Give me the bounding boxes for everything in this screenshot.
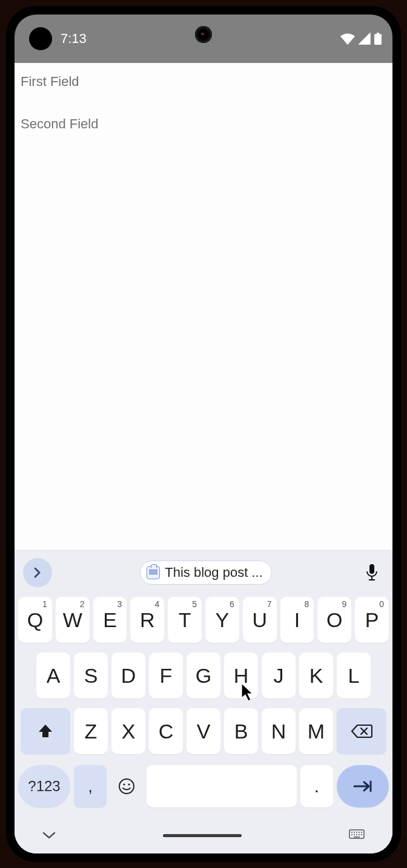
svg-point-20 [361,834,362,835]
svg-rect-2 [369,564,374,574]
chevron-right-icon [32,567,43,578]
key-o[interactable]: O9 [317,597,351,643]
collapse-keyboard-icon[interactable] [42,831,56,840]
emoji-key[interactable] [110,765,143,807]
svg-rect-21 [354,837,360,838]
key-y[interactable]: Y6 [205,597,239,643]
symbols-mode-key[interactable]: ?123 [18,765,70,807]
key-s[interactable]: S [74,653,108,699]
backspace-key[interactable] [337,708,386,754]
key-hint: 1 [42,599,47,609]
svg-point-12 [354,832,355,833]
svg-point-16 [351,834,352,835]
key-a[interactable]: A [36,653,70,699]
key-hint: 0 [379,599,384,609]
tab-next-icon [352,780,374,793]
cell-signal-icon [359,33,371,45]
gesture-handle[interactable] [163,834,242,837]
app-content: This blog post ... Q1W2E3R4T5Y6U7I8O9P0 … [15,63,392,853]
key-c[interactable]: C [149,708,183,754]
svg-point-11 [351,832,352,833]
key-e[interactable]: E3 [93,597,127,643]
svg-point-15 [361,832,362,833]
key-d[interactable]: D [111,653,145,699]
svg-point-19 [359,834,360,835]
svg-point-17 [354,834,355,835]
backspace-icon [351,723,372,739]
svg-point-6 [123,783,125,785]
device-screen: 7:13 [15,15,392,853]
device-frame: 7:13 [6,6,401,862]
clipboard-suggestion-chip[interactable]: This blog post ... [140,561,271,585]
key-row-3: ZXCVBNM [15,703,392,759]
key-t[interactable]: T5 [168,597,202,643]
navigation-bar [15,817,392,853]
key-row-4: ?123 , . [15,759,392,817]
form-area [15,63,392,550]
key-x[interactable]: X [111,708,145,754]
microphone-icon [365,564,379,582]
svg-point-13 [356,832,357,833]
key-j[interactable]: J [262,653,296,699]
svg-rect-1 [377,33,379,35]
key-k[interactable]: K [299,653,333,699]
front-camera [195,26,212,43]
key-hint: 7 [267,599,272,609]
key-n[interactable]: N [262,708,296,754]
second-field-input[interactable] [21,111,386,137]
key-b[interactable]: B [224,708,258,754]
key-g[interactable]: G [187,653,220,699]
status-time: 7:13 [61,31,87,47]
svg-point-14 [359,832,360,833]
key-hint: 3 [117,599,122,609]
expand-suggestions-button[interactable] [23,558,52,587]
key-m[interactable]: M [299,708,333,754]
key-hint: 5 [192,599,197,609]
next-key[interactable] [337,765,389,807]
symbols-mode-label: ?123 [28,778,60,795]
key-hint: 4 [154,599,159,609]
key-hint: 9 [342,599,346,609]
svg-rect-0 [374,34,382,45]
key-r[interactable]: R4 [130,597,164,643]
key-hint: 8 [305,599,309,609]
shift-icon [37,723,54,740]
key-i[interactable]: I8 [280,597,314,643]
key-f[interactable]: F [149,653,183,699]
shift-key[interactable] [21,708,70,754]
key-hint: 6 [230,599,234,609]
key-hint: 2 [80,599,85,609]
wifi-icon [340,33,355,45]
clipboard-icon [147,566,160,579]
key-u[interactable]: U7 [243,597,277,643]
key-h[interactable]: H [224,653,258,699]
svg-point-7 [128,783,130,785]
svg-point-5 [119,779,134,794]
svg-point-18 [356,834,357,835]
space-key[interactable] [147,765,297,807]
soft-keyboard: This blog post ... Q1W2E3R4T5Y6U7I8O9P0 … [15,550,392,853]
battery-icon [374,33,382,45]
first-field-input[interactable] [21,69,386,94]
key-z[interactable]: Z [74,708,108,754]
profile-notification-dot [29,27,52,50]
period-key[interactable]: . [300,765,333,807]
clipboard-suggestion-text: This blog post ... [165,565,262,580]
key-q[interactable]: Q1 [18,597,52,643]
emoji-icon [117,777,136,795]
key-p[interactable]: P0 [355,597,389,643]
key-v[interactable]: V [187,708,220,754]
key-w[interactable]: W2 [56,597,90,643]
suggestion-strip: This blog post ... [15,553,392,592]
voice-input-button[interactable] [360,564,384,582]
key-l[interactable]: L [337,653,371,699]
key-row-1: Q1W2E3R4T5Y6U7I8O9P0 [15,592,392,648]
key-row-2: ASDFGHJKL [15,648,392,703]
keyboard-settings-icon[interactable] [349,829,365,841]
comma-key[interactable]: , [74,765,107,807]
